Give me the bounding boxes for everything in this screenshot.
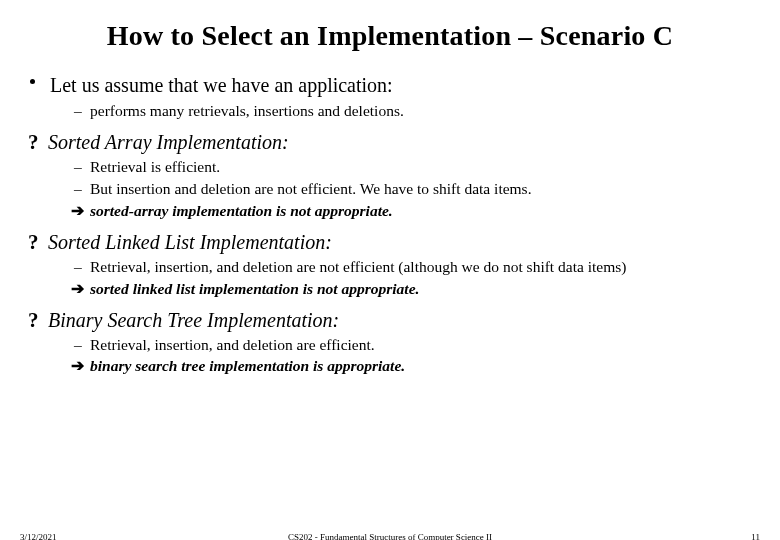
section-binary-search-tree: ?Binary Search Tree Implementation: – Re… [28, 308, 752, 378]
arrow-icon: ➔ [71, 279, 84, 300]
section-item-text: Retrieval is efficient. [90, 158, 220, 175]
section-item-text: sorted linked list implementation is not… [90, 280, 419, 297]
dash-icon: – [74, 157, 82, 178]
section-item: – But insertion and deletion are not eff… [28, 179, 752, 200]
slide: How to Select an Implementation – Scenar… [0, 0, 780, 540]
section-item-conclusion: ➔ binary search tree implementation is a… [28, 356, 752, 377]
assumption-sub: – performs many retrievals, insertions a… [28, 101, 752, 122]
assumption-line: Let us assume that we have an applicatio… [28, 74, 752, 97]
section-item-conclusion: ➔ sorted linked list implementation is n… [28, 279, 752, 300]
question-mark-icon: ? [28, 308, 48, 333]
bullet-icon [30, 79, 35, 84]
arrow-icon: ➔ [71, 201, 84, 222]
section-item-conclusion: ➔ sorted-array implementation is not app… [28, 201, 752, 222]
section-heading: ?Binary Search Tree Implementation: [28, 308, 752, 333]
assumption-sub-text: performs many retrievals, insertions and… [90, 102, 404, 119]
footer-page-number: 11 [751, 532, 760, 540]
dash-icon: – [74, 179, 82, 200]
assumption-block: Let us assume that we have an applicatio… [28, 74, 752, 122]
section-item-text: But insertion and deletion are not effic… [90, 180, 532, 197]
question-mark-icon: ? [28, 230, 48, 255]
section-sorted-linked-list: ?Sorted Linked List Implementation: – Re… [28, 230, 752, 300]
section-item-text: Retrieval, insertion, and deletion are n… [90, 258, 626, 275]
slide-title: How to Select an Implementation – Scenar… [28, 20, 752, 52]
section-item: – Retrieval, insertion, and deletion are… [28, 257, 752, 278]
dash-icon: – [74, 257, 82, 278]
section-item-text: Retrieval, insertion, and deletion are e… [90, 336, 375, 353]
footer-course: CS202 - Fundamental Structures of Comput… [0, 532, 780, 540]
dash-icon: – [74, 101, 82, 122]
section-heading-text: Sorted Linked List Implementation: [48, 231, 332, 253]
section-sorted-array: ?Sorted Array Implementation: – Retrieva… [28, 130, 752, 222]
assumption-text: Let us assume that we have an applicatio… [50, 74, 393, 96]
section-item: – Retrieval is efficient. [28, 157, 752, 178]
question-mark-icon: ? [28, 130, 48, 155]
arrow-icon: ➔ [71, 356, 84, 377]
section-heading: ?Sorted Array Implementation: [28, 130, 752, 155]
section-item-text: sorted-array implementation is not appro… [90, 202, 393, 219]
dash-icon: – [74, 335, 82, 356]
section-item: – Retrieval, insertion, and deletion are… [28, 335, 752, 356]
section-heading-text: Binary Search Tree Implementation: [48, 309, 339, 331]
section-heading-text: Sorted Array Implementation: [48, 131, 289, 153]
section-item-text: binary search tree implementation is app… [90, 357, 405, 374]
section-heading: ?Sorted Linked List Implementation: [28, 230, 752, 255]
